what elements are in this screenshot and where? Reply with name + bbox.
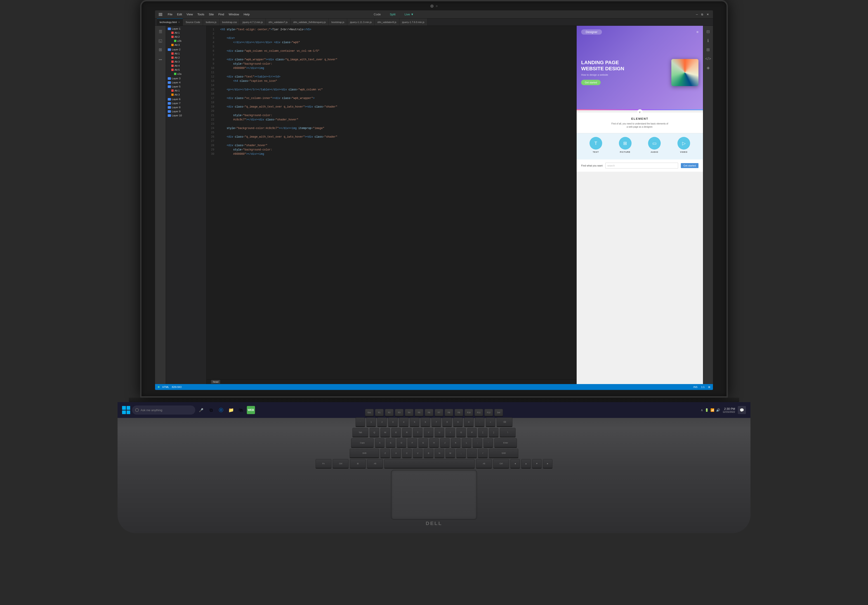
key-s[interactable]: S: [386, 438, 395, 447]
key-f7[interactable]: F7: [435, 409, 443, 416]
key-f4[interactable]: F4: [405, 409, 414, 416]
layer-2-alt5[interactable]: Alt 5: [166, 68, 206, 72]
hamburger-menu-icon[interactable]: [159, 13, 162, 16]
key-fn[interactable]: Fn: [316, 459, 332, 468]
layer-7[interactable]: Layer 7: [166, 101, 206, 105]
key-rshift[interactable]: Shift: [489, 449, 518, 458]
right-files-icon[interactable]: ⊟: [704, 28, 712, 36]
key-comma[interactable]: ,: [456, 449, 466, 458]
search-input-preview[interactable]: search: [605, 162, 678, 169]
key-enter[interactable]: Enter: [494, 438, 517, 447]
key-ctrl[interactable]: Ctrl: [333, 459, 349, 468]
right-code-icon[interactable]: </>: [704, 55, 712, 63]
key-k[interactable]: K: [451, 438, 460, 447]
key-backslash[interactable]: \: [500, 428, 516, 437]
key-f12[interactable]: F12: [484, 409, 493, 416]
key-backtick[interactable]: `: [356, 418, 365, 427]
key-f6[interactable]: F6: [425, 409, 433, 416]
layer-4[interactable]: Layer 4: [166, 80, 206, 85]
key-i[interactable]: I: [445, 428, 455, 437]
key-alt[interactable]: Alt: [367, 459, 383, 468]
files-icon[interactable]: ☰: [157, 28, 164, 36]
file-tab-sfm2[interactable]: sfm_validate_0xfnltenquery.js: [290, 19, 329, 26]
key-f2[interactable]: F2: [385, 409, 394, 416]
key-semicolon[interactable]: ;: [473, 438, 482, 447]
layer-10[interactable]: Layer 10: [166, 113, 206, 118]
layer-2-v2a[interactable]: v2a: [166, 72, 206, 76]
key-n[interactable]: N: [435, 449, 444, 458]
chevron-down-icon[interactable]: ∨: [637, 109, 643, 115]
key-tab[interactable]: Tab: [352, 428, 368, 437]
key-win[interactable]: ⊞: [350, 459, 366, 468]
key-lbracket[interactable]: [: [478, 428, 488, 437]
file-tab-jquery1[interactable]: jquery-4.7.2.min.js: [240, 19, 266, 26]
layer-1[interactable]: Layer 1: [166, 27, 206, 31]
key-f9[interactable]: F9: [454, 409, 463, 416]
right-info-icon[interactable]: ℹ: [704, 37, 712, 45]
key-f11[interactable]: F11: [474, 409, 483, 416]
file-tab-sfm3[interactable]: sfm_validatev9.js: [375, 19, 399, 26]
key-1[interactable]: 1: [366, 418, 376, 427]
layer-2-alt3[interactable]: Alt 3: [166, 60, 206, 64]
key-f10[interactable]: F10: [465, 409, 473, 416]
key-2[interactable]: 2: [377, 418, 387, 427]
file-tab-source[interactable]: Source Code: [183, 19, 203, 26]
key-7[interactable]: 7: [431, 418, 441, 427]
key-f8[interactable]: F8: [445, 409, 453, 416]
key-space[interactable]: [384, 459, 475, 468]
key-q[interactable]: Q: [370, 428, 379, 437]
key-l[interactable]: L: [462, 438, 471, 447]
layer-2[interactable]: Layer 2: [166, 48, 206, 51]
more-icon[interactable]: •••: [157, 56, 164, 64]
maximize-btn[interactable]: ⧉: [701, 13, 704, 16]
layer-3[interactable]: Layer 3: [166, 76, 206, 80]
code-content[interactable]: <h5 style="text-align: center;">Tier 2<b…: [217, 26, 577, 379]
split-view-btn[interactable]: Split: [388, 12, 397, 17]
key-f[interactable]: F: [408, 438, 417, 447]
right-assets-icon[interactable]: ◈: [704, 64, 712, 72]
layer-6[interactable]: Layer 6: [166, 97, 206, 101]
key-a[interactable]: A: [375, 438, 384, 447]
key-period[interactable]: .: [467, 449, 477, 458]
key-down[interactable]: ▼: [532, 459, 542, 468]
key-9[interactable]: 9: [453, 418, 463, 427]
menu-edit[interactable]: Edit: [177, 12, 182, 16]
key-e[interactable]: E: [391, 428, 401, 437]
key-equals[interactable]: =: [486, 418, 495, 427]
key-f5[interactable]: F5: [415, 409, 423, 416]
file-tab-buttons[interactable]: buttons.js: [203, 19, 219, 26]
layer-2-alt2[interactable]: Alt 2: [166, 56, 206, 60]
file-tab-jquery3[interactable]: jquery-1.7.6.0.min.js: [400, 19, 428, 26]
layer-1-alt3[interactable]: Alt 3: [166, 43, 206, 47]
code-view-btn[interactable]: Code: [372, 12, 383, 17]
key-right[interactable]: ►: [543, 459, 552, 468]
key-esc[interactable]: Esc: [365, 409, 374, 416]
key-5[interactable]: 5: [410, 418, 419, 427]
key-8[interactable]: 8: [442, 418, 452, 427]
layer-1-alt2[interactable]: Alt 2: [166, 35, 206, 39]
key-f1[interactable]: F1: [375, 409, 384, 416]
windows-logo-icon[interactable]: [122, 406, 130, 414]
key-m[interactable]: M: [445, 449, 455, 458]
key-p[interactable]: P: [467, 428, 477, 437]
key-left[interactable]: ◄: [510, 459, 520, 468]
key-d[interactable]: D: [397, 438, 406, 447]
key-o[interactable]: O: [456, 428, 466, 437]
notification-icon[interactable]: 💬: [738, 406, 746, 414]
menu-file[interactable]: File: [168, 12, 172, 16]
key-rctrl[interactable]: Ctrl: [493, 459, 509, 468]
file-tab-bootstrap-js[interactable]: bootstrap.js: [329, 19, 347, 26]
volume-icon[interactable]: 🔊: [716, 408, 720, 412]
get-started-button[interactable]: Get started: [581, 80, 601, 85]
close-btn[interactable]: ✕: [706, 13, 709, 16]
menu-find[interactable]: Find: [219, 12, 224, 16]
layer-2-alt4[interactable]: Alt 4: [166, 64, 206, 68]
key-6[interactable]: 6: [421, 418, 430, 427]
live-view-btn[interactable]: Live ▼: [403, 12, 415, 17]
key-quote[interactable]: ': [484, 438, 493, 447]
layer-9[interactable]: Layer 9: [166, 109, 206, 113]
key-x[interactable]: X: [391, 449, 401, 458]
key-r[interactable]: R: [402, 428, 412, 437]
layer-1-alt1[interactable]: Alt 1: [166, 31, 206, 35]
key-3[interactable]: 3: [388, 418, 398, 427]
